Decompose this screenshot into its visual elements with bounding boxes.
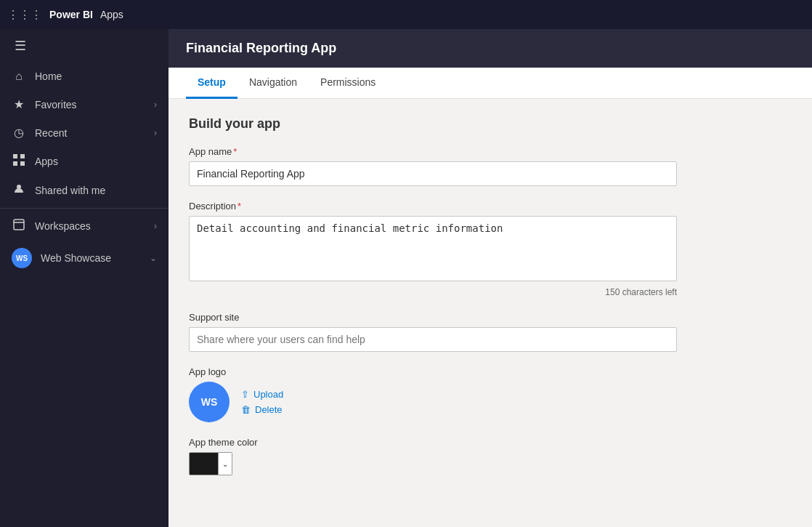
app-name-label: App name* bbox=[189, 146, 792, 157]
upload-button[interactable]: ⇧ Upload bbox=[241, 389, 283, 400]
app-logo-group: App logo WS ⇧ Upload 🗑 Delete bbox=[189, 366, 792, 422]
app-header: Financial Reporting App bbox=[169, 29, 812, 68]
svg-rect-2 bbox=[13, 161, 17, 166]
brand-logo: Power BI bbox=[49, 9, 93, 20]
svg-rect-5 bbox=[14, 220, 24, 230]
sidebar: ☰ ⌂ Home ★ Favorites › ◷ Recent › Apps bbox=[0, 29, 169, 527]
svg-rect-0 bbox=[13, 154, 17, 158]
tab-permissions[interactable]: Permissions bbox=[309, 68, 387, 99]
app-theme-group: App theme color ⌄ bbox=[189, 437, 792, 475]
sidebar-item-label: Favorites bbox=[35, 99, 145, 110]
svg-rect-1 bbox=[20, 154, 25, 158]
grid-icon[interactable]: ⋮⋮⋮ bbox=[7, 8, 42, 22]
sidebar-item-shared[interactable]: Shared with me bbox=[0, 176, 169, 205]
description-input[interactable]: Detail accounting and financial metric i… bbox=[189, 216, 677, 281]
main-layout: ☰ ⌂ Home ★ Favorites › ◷ Recent › Apps bbox=[0, 29, 812, 527]
sidebar-item-label: Recent bbox=[35, 127, 145, 139]
chevron-right-icon: › bbox=[154, 221, 157, 231]
sidebar-item-home[interactable]: ⌂ Home bbox=[0, 63, 169, 90]
chevron-down-icon: ⌄ bbox=[222, 460, 228, 468]
support-site-group: Support site bbox=[189, 312, 792, 352]
topbar: ⋮⋮⋮ Power BI Apps bbox=[0, 0, 812, 29]
sidebar-item-label: Shared with me bbox=[35, 185, 157, 196]
app-header-title: Financial Reporting App bbox=[186, 41, 336, 55]
logo-section: WS ⇧ Upload 🗑 Delete bbox=[189, 382, 792, 422]
logo-actions: ⇧ Upload 🗑 Delete bbox=[241, 389, 283, 415]
workspace-avatar: WS bbox=[12, 248, 32, 268]
hamburger-icon[interactable]: ☰ bbox=[12, 36, 29, 56]
star-icon: ★ bbox=[12, 97, 26, 111]
theme-color-picker: ⌄ bbox=[189, 452, 232, 475]
sidebar-item-web-showcase[interactable]: WS Web Showcase ⌄ bbox=[0, 241, 169, 275]
delete-button[interactable]: 🗑 Delete bbox=[241, 404, 283, 415]
home-icon: ⌂ bbox=[12, 70, 26, 83]
chevron-right-icon: › bbox=[154, 128, 157, 138]
color-swatch[interactable] bbox=[189, 452, 219, 475]
char-count: 150 characters left bbox=[189, 287, 677, 297]
app-logo-label: App logo bbox=[189, 366, 792, 377]
form-area: Build your app App name* Description* De… bbox=[169, 99, 812, 527]
sidebar-top: ☰ bbox=[0, 29, 169, 63]
tabs-bar: Setup Navigation Permissions bbox=[169, 68, 812, 99]
description-label: Description* bbox=[189, 201, 792, 212]
powerbi-label: Power BI bbox=[49, 9, 93, 20]
support-site-input[interactable] bbox=[189, 327, 677, 352]
sidebar-item-label: Apps bbox=[35, 156, 157, 167]
clock-icon: ◷ bbox=[12, 126, 26, 140]
content-area: Financial Reporting App Setup Navigation… bbox=[169, 29, 812, 527]
svg-rect-3 bbox=[20, 161, 25, 166]
sidebar-item-label: Home bbox=[35, 71, 157, 82]
sidebar-item-workspaces[interactable]: Workspaces › bbox=[0, 212, 169, 241]
shared-icon bbox=[12, 183, 26, 198]
chevron-right-icon: › bbox=[154, 100, 157, 110]
support-site-label: Support site bbox=[189, 312, 792, 323]
app-theme-label: App theme color bbox=[189, 437, 792, 448]
apps-icon bbox=[12, 154, 26, 169]
chevron-down-icon: ⌄ bbox=[150, 253, 157, 263]
sidebar-item-favorites[interactable]: ★ Favorites › bbox=[0, 90, 169, 118]
upload-icon: ⇧ bbox=[241, 389, 249, 400]
tab-navigation[interactable]: Navigation bbox=[237, 68, 309, 99]
color-dropdown-button[interactable]: ⌄ bbox=[219, 452, 232, 475]
sidebar-item-recent[interactable]: ◷ Recent › bbox=[0, 118, 169, 147]
tab-setup[interactable]: Setup bbox=[186, 68, 237, 99]
topbar-apps-link[interactable]: Apps bbox=[100, 9, 123, 20]
form-section-title: Build your app bbox=[189, 116, 792, 132]
app-name-input[interactable] bbox=[189, 161, 677, 186]
app-name-group: App name* bbox=[189, 146, 792, 186]
workspace-label: Web Showcase bbox=[41, 252, 141, 264]
description-group: Description* Detail accounting and finan… bbox=[189, 201, 792, 297]
sidebar-item-apps[interactable]: Apps bbox=[0, 147, 169, 176]
sidebar-divider bbox=[0, 208, 169, 209]
trash-icon: 🗑 bbox=[241, 404, 251, 415]
sidebar-item-label: Workspaces bbox=[35, 220, 145, 232]
workspaces-icon bbox=[12, 219, 26, 233]
app-logo-circle: WS bbox=[189, 382, 230, 422]
